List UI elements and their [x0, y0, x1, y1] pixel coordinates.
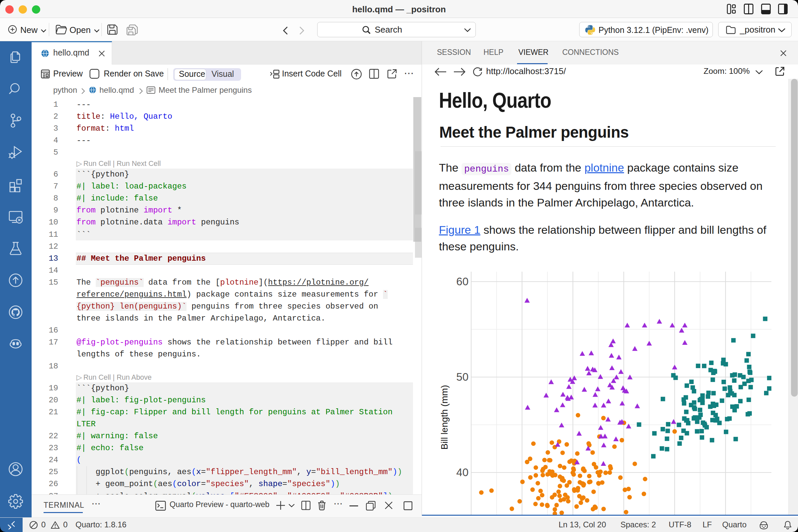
svg-text:Bill length (mm): Bill length (mm) — [439, 385, 450, 450]
svg-text:40: 40 — [456, 466, 469, 478]
svg-text:60: 60 — [456, 275, 469, 288]
svg-text:50: 50 — [456, 371, 469, 383]
